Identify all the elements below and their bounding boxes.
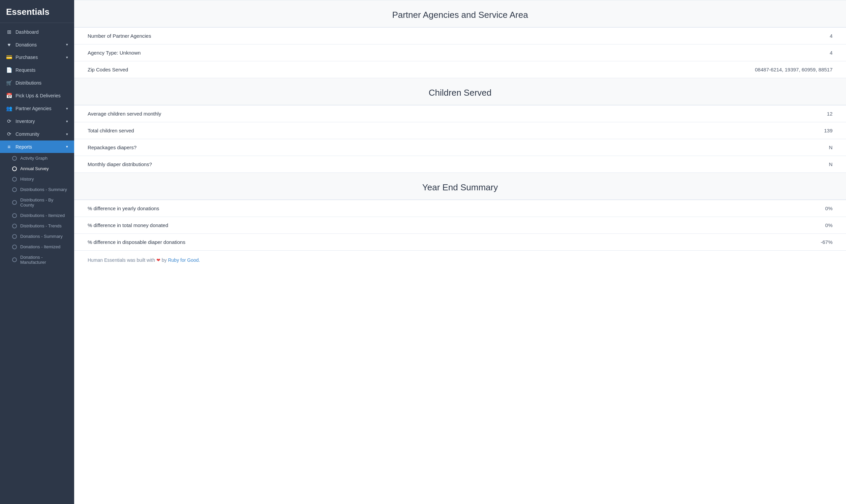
- distributions-icon: 🛒: [6, 80, 12, 86]
- sidebar-item-label: Dashboard: [16, 29, 39, 35]
- table-row: Average children served monthly12: [74, 105, 846, 122]
- sidebar-item-label: Purchases: [16, 55, 38, 60]
- row-label: Number of Partner Agencies: [74, 28, 432, 44]
- table-row: Zip Codes Served08487-6214, 19397, 60959…: [74, 61, 846, 78]
- sidebar-sub-item-donations-manufacturer[interactable]: Donations - Manufacturer: [0, 252, 74, 268]
- sidebar-sub-item-annual-survey[interactable]: Annual Survey: [0, 163, 74, 174]
- heart-icon: ❤: [156, 257, 160, 263]
- footer: Human Essentials was built with ❤ by Rub…: [74, 250, 846, 270]
- row-label: Total children served: [74, 122, 645, 139]
- sidebar-item-label: Requests: [16, 67, 35, 73]
- purchases-icon: 💳: [6, 54, 12, 60]
- row-label: % difference in yearly donations: [74, 200, 663, 217]
- table-row: Agency Type: Unknown4: [74, 44, 846, 61]
- section-header-partner-agencies: Partner Agencies and Service Area: [74, 0, 846, 27]
- sub-item-label: Distributions - Summary: [20, 187, 67, 192]
- inventory-icon: ⟳: [6, 118, 12, 124]
- sub-item-label: Donations - Itemized: [20, 244, 60, 249]
- table-row: Repackages diapers?N: [74, 139, 846, 156]
- table-row: Total children served139: [74, 122, 846, 139]
- row-value: 0%: [663, 200, 846, 217]
- sidebar-sub-item-donations-summary[interactable]: Donations - Summary: [0, 231, 74, 241]
- row-label: % difference in disposable diaper donati…: [74, 234, 663, 251]
- footer-link[interactable]: Ruby for Good.: [168, 257, 200, 263]
- sidebar-item-reports[interactable]: ≡Reports▾: [0, 141, 74, 153]
- circle-icon: [12, 166, 17, 171]
- sidebar-sub-item-distributions-by-county[interactable]: Distributions - By County: [0, 195, 74, 210]
- section-block-year-end-summary: % difference in yearly donations0%% diff…: [74, 200, 846, 250]
- table-row: % difference in disposable diaper donati…: [74, 234, 846, 251]
- sidebar-sub-item-distributions-trends[interactable]: Distributions - Trends: [0, 221, 74, 231]
- circle-icon: [12, 187, 17, 192]
- circle-icon: [12, 224, 17, 229]
- sidebar-item-partner-agencies[interactable]: 👥Partner Agencies▾: [0, 102, 74, 115]
- sidebar-item-inventory[interactable]: ⟳Inventory▾: [0, 115, 74, 128]
- sidebar-item-community[interactable]: ⟳Community▾: [0, 128, 74, 141]
- row-label: Agency Type: Unknown: [74, 44, 432, 61]
- dashboard-icon: ⊞: [6, 29, 12, 35]
- row-value: 4: [432, 28, 846, 44]
- section-title-children-served: Children Served: [74, 78, 846, 105]
- table-row: % difference in total money donated0%: [74, 217, 846, 234]
- chevron-down-icon: ▾: [66, 55, 68, 60]
- community-icon: ⟳: [6, 131, 12, 137]
- circle-icon: [12, 257, 17, 262]
- footer-text-after: by: [160, 257, 168, 263]
- row-value: -67%: [663, 234, 846, 251]
- circle-icon: [12, 200, 17, 205]
- row-label: Monthly diaper distributions?: [74, 156, 645, 173]
- table-row: Number of Partner Agencies4: [74, 28, 846, 44]
- circle-icon: [12, 156, 17, 161]
- sub-item-label: History: [20, 177, 34, 182]
- row-value: 139: [645, 122, 846, 139]
- data-table-children-served: Average children served monthly12Total c…: [74, 105, 846, 173]
- row-value: N: [645, 139, 846, 156]
- sidebar-item-label: Donations: [16, 42, 37, 48]
- sidebar-item-distributions[interactable]: 🛒Distributions: [0, 76, 74, 89]
- main-content: Partner Agencies and Service AreaNumber …: [74, 0, 846, 504]
- sidebar-item-donations[interactable]: ♥Donations▾: [0, 38, 74, 51]
- sidebar-sub-item-activity-graph[interactable]: Activity Graph: [0, 153, 74, 163]
- sub-item-label: Distributions - Itemized: [20, 213, 65, 218]
- section-title-year-end-summary: Year End Summary: [74, 173, 846, 199]
- sidebar-sub-item-distributions-summary[interactable]: Distributions - Summary: [0, 184, 74, 195]
- sidebar-sub-item-distributions-itemized[interactable]: Distributions - Itemized: [0, 210, 74, 221]
- sidebar-item-label: Reports: [16, 144, 32, 149]
- sub-item-label: Donations - Summary: [20, 234, 63, 239]
- table-row: Monthly diaper distributions?N: [74, 156, 846, 173]
- footer-text-before: Human Essentials was built with: [88, 257, 156, 263]
- circle-icon: [12, 234, 17, 239]
- app-logo: Essentials: [0, 0, 74, 23]
- table-row: % difference in yearly donations0%: [74, 200, 846, 217]
- chevron-down-icon: ▾: [66, 132, 68, 137]
- row-value: N: [645, 156, 846, 173]
- chevron-down-icon: ▾: [66, 42, 68, 47]
- sidebar-item-purchases[interactable]: 💳Purchases▾: [0, 51, 74, 64]
- row-value: 08487-6214, 19397, 60959, 88517: [432, 61, 846, 78]
- sub-item-label: Annual Survey: [20, 166, 49, 171]
- sidebar-item-requests[interactable]: 📄Requests: [0, 64, 74, 76]
- sidebar-item-dashboard[interactable]: ⊞Dashboard: [0, 25, 74, 38]
- sidebar-item-label: Distributions: [16, 80, 41, 86]
- sidebar-item-pickups[interactable]: 📅Pick Ups & Deliveries: [0, 89, 74, 102]
- section-title-partner-agencies: Partner Agencies and Service Area: [74, 0, 846, 27]
- chevron-down-icon: ▾: [66, 119, 68, 124]
- row-label: % difference in total money donated: [74, 217, 663, 234]
- row-label: Average children served monthly: [74, 105, 645, 122]
- partner-agencies-icon: 👥: [6, 105, 12, 111]
- reports-icon: ≡: [6, 144, 12, 149]
- row-label: Repackages diapers?: [74, 139, 645, 156]
- pickups-icon: 📅: [6, 93, 12, 99]
- sidebar-item-label: Inventory: [16, 119, 35, 124]
- sidebar-nav: ⊞Dashboard♥Donations▾💳Purchases▾📄Request…: [0, 23, 74, 504]
- sidebar-item-label: Pick Ups & Deliveries: [16, 93, 61, 98]
- sidebar-item-label: Partner Agencies: [16, 106, 52, 111]
- section-block-partner-agencies: Number of Partner Agencies4Agency Type: …: [74, 27, 846, 78]
- circle-icon: [12, 213, 17, 218]
- section-header-children-served: Children Served: [74, 78, 846, 105]
- sidebar-sub-item-history[interactable]: History: [0, 174, 74, 184]
- requests-icon: 📄: [6, 67, 12, 73]
- section-block-children-served: Average children served monthly12Total c…: [74, 105, 846, 173]
- sidebar-sub-item-donations-itemized[interactable]: Donations - Itemized: [0, 241, 74, 252]
- sidebar: Essentials ⊞Dashboard♥Donations▾💳Purchas…: [0, 0, 74, 504]
